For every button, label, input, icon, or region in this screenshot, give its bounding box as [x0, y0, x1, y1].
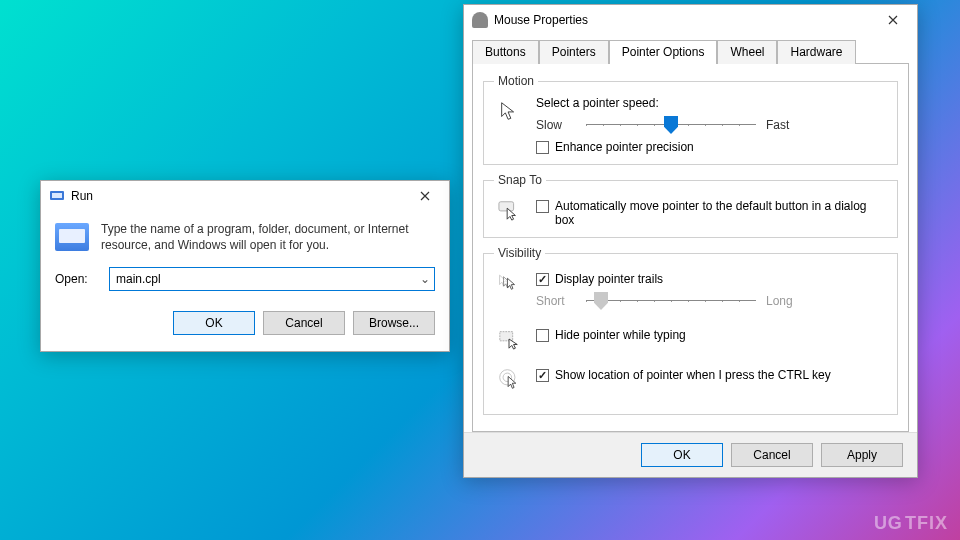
tab-pointers[interactable]: Pointers — [539, 40, 609, 64]
mouse-properties-dialog: Mouse Properties Buttons Pointers Pointe… — [463, 4, 918, 478]
enhance-precision-checkbox[interactable] — [536, 141, 549, 154]
ctrl-locate-icon — [494, 364, 524, 394]
run-close-button[interactable] — [405, 182, 445, 210]
hide-typing-icon — [494, 324, 524, 354]
snapto-group: Snap To Automatically move pointer to th… — [483, 173, 898, 238]
tab-buttons[interactable]: Buttons — [472, 40, 539, 64]
run-description: Type the name of a program, folder, docu… — [101, 221, 435, 253]
snapto-icon — [494, 195, 524, 225]
trails-label: Display pointer trails — [555, 272, 663, 286]
run-icon — [49, 188, 65, 204]
run-large-icon — [55, 223, 89, 251]
pointer-speed-slider[interactable] — [586, 114, 756, 136]
trails-icon — [494, 268, 524, 298]
open-label: Open: — [55, 272, 99, 286]
fast-label: Fast — [766, 118, 806, 132]
tab-wheel[interactable]: Wheel — [717, 40, 777, 64]
slow-label: Slow — [536, 118, 576, 132]
mouse-close-button[interactable] — [873, 6, 913, 34]
long-label: Long — [766, 294, 806, 308]
watermark: UG TFIX — [874, 513, 948, 534]
ctrl-locate-label: Show location of pointer when I press th… — [555, 368, 831, 382]
enhance-precision-label: Enhance pointer precision — [555, 140, 694, 154]
open-combobox[interactable]: ⌄ — [109, 267, 435, 291]
open-input[interactable] — [110, 272, 416, 286]
svg-rect-3 — [500, 332, 513, 341]
run-browse-button[interactable]: Browse... — [353, 311, 435, 335]
motion-legend: Motion — [494, 74, 538, 88]
trails-checkbox[interactable] — [536, 273, 549, 286]
ctrl-locate-checkbox[interactable] — [536, 369, 549, 382]
mouse-cancel-button[interactable]: Cancel — [731, 443, 813, 467]
mouse-icon — [472, 12, 488, 28]
snapto-label: Automatically move pointer to the defaul… — [555, 199, 887, 227]
run-titlebar[interactable]: Run — [41, 181, 449, 211]
chevron-down-icon[interactable]: ⌄ — [416, 272, 434, 286]
cursor-speed-icon — [494, 96, 524, 126]
svg-rect-1 — [52, 193, 62, 198]
tab-hardware[interactable]: Hardware — [777, 40, 855, 64]
visibility-legend: Visibility — [494, 246, 545, 260]
mouse-ok-button[interactable]: OK — [641, 443, 723, 467]
snapto-checkbox[interactable] — [536, 200, 549, 213]
run-dialog: Run Type the name of a program, folder, … — [40, 180, 450, 352]
visibility-group: Visibility Display pointer trails Short — [483, 246, 898, 415]
short-label: Short — [536, 294, 576, 308]
snapto-legend: Snap To — [494, 173, 546, 187]
run-ok-button[interactable]: OK — [173, 311, 255, 335]
run-title: Run — [71, 189, 405, 203]
mouse-titlebar[interactable]: Mouse Properties — [464, 5, 917, 35]
run-cancel-button[interactable]: Cancel — [263, 311, 345, 335]
select-speed-label: Select a pointer speed: — [536, 96, 887, 110]
tab-pointer-options[interactable]: Pointer Options — [609, 40, 718, 64]
tab-strip: Buttons Pointers Pointer Options Wheel H… — [464, 35, 917, 63]
svg-rect-2 — [499, 202, 514, 211]
trails-length-slider[interactable] — [586, 290, 756, 312]
motion-group: Motion Select a pointer speed: Slow Fast — [483, 74, 898, 165]
pointer-options-panel: Motion Select a pointer speed: Slow Fast — [472, 63, 909, 432]
hide-typing-checkbox[interactable] — [536, 329, 549, 342]
mouse-apply-button[interactable]: Apply — [821, 443, 903, 467]
hide-typing-label: Hide pointer while typing — [555, 328, 686, 342]
mouse-title: Mouse Properties — [494, 13, 873, 27]
